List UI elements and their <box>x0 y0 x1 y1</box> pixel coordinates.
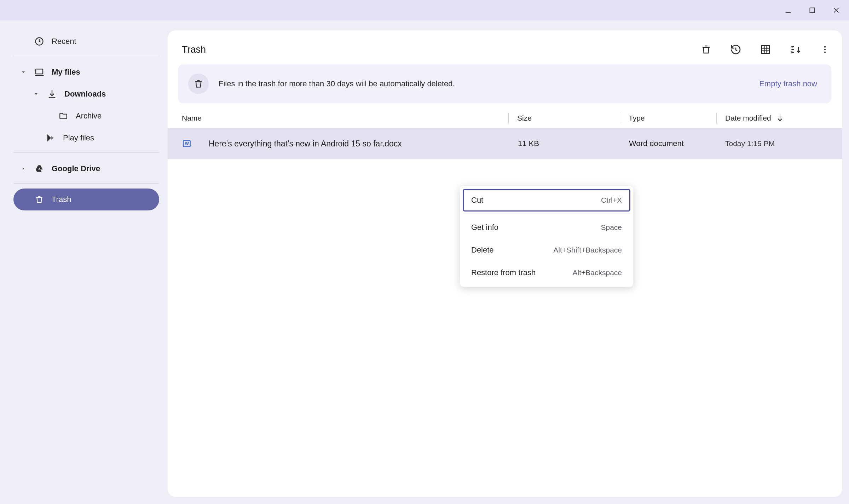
column-header-date[interactable]: Date modified <box>725 114 831 122</box>
sidebar-item-archive[interactable]: Archive <box>13 105 159 127</box>
table-header: Name Size Type Date modified <box>168 108 842 128</box>
svg-rect-5 <box>36 69 43 74</box>
restore-button[interactable] <box>729 42 743 57</box>
view-grid-button[interactable] <box>758 42 773 57</box>
menu-item-shortcut: Alt+Backspace <box>573 268 622 277</box>
laptop-icon <box>34 67 45 77</box>
menu-item-label: Cut <box>471 196 601 205</box>
menu-item-delete[interactable]: Delete Alt+Shift+Backspace <box>463 239 630 261</box>
page-title: Trash <box>182 44 699 55</box>
word-document-icon: W <box>182 139 192 149</box>
sidebar-item-label: Downloads <box>64 89 106 99</box>
sidebar-item-label: My files <box>52 68 80 77</box>
sidebar-divider <box>13 56 159 56</box>
empty-trash-button[interactable]: Empty trash now <box>759 79 817 88</box>
trash-icon <box>34 194 45 205</box>
window-minimize-button[interactable] <box>782 5 794 16</box>
folder-icon <box>58 111 69 121</box>
svg-point-14 <box>824 49 826 50</box>
trash-icon <box>188 74 209 94</box>
main-panel: Trash AZ <box>168 30 842 497</box>
chevron-down-icon[interactable] <box>33 91 40 98</box>
sidebar-item-trash[interactable]: Trash <box>13 189 159 210</box>
sort-arrow-down-icon <box>776 114 784 122</box>
svg-rect-6 <box>762 46 770 54</box>
sort-button[interactable]: AZ <box>788 42 802 57</box>
column-header-date-label: Date modified <box>725 114 771 122</box>
file-name: Here's everything that's new in Android … <box>209 139 509 149</box>
trash-banner: Files in the trash for more than 30 days… <box>178 64 831 103</box>
sidebar-item-label: Recent <box>52 37 76 46</box>
main-header: Trash AZ <box>168 37 842 62</box>
context-menu: Cut Ctrl+X Get info Space Delete Alt+Shi… <box>460 186 633 287</box>
svg-point-15 <box>824 51 826 53</box>
sidebar-divider <box>13 152 159 153</box>
menu-item-label: Get info <box>471 223 601 232</box>
sidebar-item-label: Google Drive <box>52 164 100 173</box>
file-row[interactable]: W Here's everything that's new in Androi… <box>168 128 842 159</box>
menu-item-shortcut: Space <box>601 223 622 232</box>
menu-item-label: Delete <box>471 245 553 255</box>
sidebar-item-label: Trash <box>52 195 71 204</box>
sidebar-item-label: Archive <box>76 111 102 121</box>
menu-item-cut[interactable]: Cut Ctrl+X <box>463 189 630 212</box>
sidebar-item-label: Play files <box>63 133 94 143</box>
sidebar-item-downloads[interactable]: Downloads <box>13 83 159 105</box>
chevron-down-icon[interactable] <box>20 69 27 76</box>
sidebar-item-google-drive[interactable]: Google Drive <box>13 158 159 180</box>
banner-text: Files in the trash for more than 30 days… <box>219 79 749 88</box>
svg-text:W: W <box>185 141 189 146</box>
menu-item-shortcut: Alt+Shift+Backspace <box>553 246 622 254</box>
window-titlebar <box>0 0 849 21</box>
toolbar: AZ <box>699 42 832 57</box>
file-date: Today 1:15 PM <box>725 139 831 148</box>
svg-point-13 <box>824 46 826 47</box>
window-close-button[interactable] <box>831 5 842 16</box>
sidebar: Recent My files Downloads Ar <box>1 22 168 503</box>
more-options-button[interactable] <box>818 42 832 57</box>
sidebar-item-play-files[interactable]: Play files <box>13 127 159 149</box>
play-icon <box>45 133 56 143</box>
google-drive-icon <box>34 163 45 174</box>
menu-item-get-info[interactable]: Get info Space <box>463 216 630 239</box>
column-header-type[interactable]: Type <box>629 114 716 122</box>
chevron-right-icon[interactable] <box>20 165 27 172</box>
svg-text:A: A <box>791 45 793 49</box>
file-type: Word document <box>629 139 717 148</box>
delete-forever-button[interactable] <box>699 42 713 57</box>
sidebar-divider <box>13 183 159 184</box>
menu-item-label: Restore from trash <box>471 268 573 277</box>
menu-divider <box>463 214 630 214</box>
clock-icon <box>34 36 45 47</box>
file-size: 11 KB <box>518 139 620 148</box>
sidebar-item-my-files[interactable]: My files <box>13 61 159 83</box>
download-icon <box>47 89 57 99</box>
menu-item-shortcut: Ctrl+X <box>601 196 622 204</box>
svg-text:Z: Z <box>791 51 793 54</box>
column-header-name[interactable]: Name <box>182 114 508 122</box>
column-header-size[interactable]: Size <box>517 114 620 122</box>
svg-rect-1 <box>810 8 814 12</box>
window-maximize-button[interactable] <box>807 5 818 16</box>
sidebar-item-recent[interactable]: Recent <box>13 30 159 52</box>
menu-item-restore[interactable]: Restore from trash Alt+Backspace <box>463 261 630 284</box>
